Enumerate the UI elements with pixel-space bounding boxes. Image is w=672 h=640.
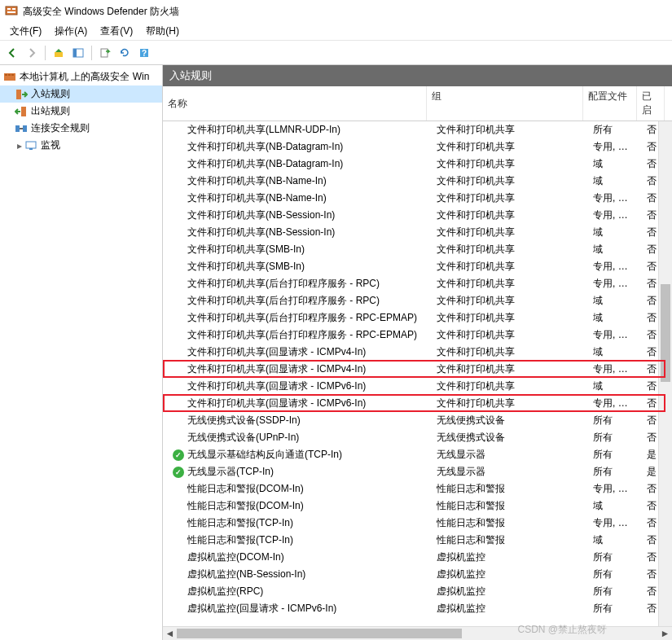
- cell-profile: 域: [588, 533, 642, 547]
- table-row[interactable]: 文件和打印机共享(后台打印程序服务 - RPC-EPMAP)文件和打印机共享专用…: [163, 327, 672, 344]
- rule-name: 文件和打印机共享(NB-Name-In): [187, 191, 327, 205]
- cell-name: 虚拟机监控(回显请求 - ICMPv6-In): [168, 602, 432, 616]
- cell-name: 文件和打印机共享(回显请求 - ICMPv4-In): [168, 362, 432, 376]
- table-row[interactable]: ✓无线显示器(TCP-In)无线显示器所有是: [163, 463, 672, 480]
- col-header-profile[interactable]: 配置文件: [583, 86, 637, 121]
- blank-icon: [173, 313, 184, 324]
- cell-group: 性能日志和警报: [432, 482, 588, 496]
- rule-name: 虚拟机监控(NB-Session-In): [187, 568, 305, 581]
- table-row[interactable]: 无线便携式设备(SSDP-In)无线便携式设备所有否: [163, 412, 672, 429]
- export-button[interactable]: [96, 44, 114, 62]
- rule-name: 虚拟机监控(回显请求 - ICMPv6-In): [187, 602, 336, 616]
- table-row[interactable]: 文件和打印机共享(SMB-In)文件和打印机共享域否: [163, 241, 672, 258]
- menu-help[interactable]: 帮助(H): [139, 23, 186, 40]
- table-row[interactable]: 性能日志和警报(TCP-In)性能日志和警报域否: [163, 532, 672, 549]
- table-row[interactable]: 文件和打印机共享(LLMNR-UDP-In)文件和打印机共享所有否: [163, 121, 672, 138]
- table-row[interactable]: 文件和打印机共享(后台打印程序服务 - RPC-EPMAP)文件和打印机共享域否: [163, 309, 672, 327]
- table-row[interactable]: 虚拟机监控(NB-Session-In)虚拟机监控所有否: [163, 566, 672, 583]
- tree-monitor-label: 监视: [41, 138, 60, 152]
- scrollbar-thumb[interactable]: [177, 629, 462, 638]
- table-row[interactable]: 虚拟机监控(回显请求 - ICMPv6-In)虚拟机监控所有否: [163, 600, 672, 617]
- cell-group: 文件和打印机共享: [432, 123, 588, 137]
- table-row[interactable]: 无线便携式设备(UPnP-In)无线便携式设备所有否: [163, 429, 672, 446]
- table-row[interactable]: 文件和打印机共享(NB-Session-In)文件和打印机共享域否: [163, 224, 672, 241]
- table-row[interactable]: 文件和打印机共享(SMB-In)文件和打印机共享专用, 公用否: [163, 258, 672, 275]
- blank-icon: [173, 296, 184, 307]
- table-row[interactable]: 性能日志和警报(DCOM-In)性能日志和警报域否: [163, 498, 672, 515]
- table-row[interactable]: 虚拟机监控(RPC)虚拟机监控所有否: [163, 583, 672, 600]
- table-row[interactable]: 文件和打印机共享(NB-Datagram-In)文件和打印机共享专用, 公用否: [163, 138, 672, 156]
- svg-rect-0: [6, 7, 17, 15]
- cell-profile: 域: [588, 226, 642, 239]
- tree-root[interactable]: 本地计算机 上的高级安全 Win: [0, 68, 162, 85]
- up-button[interactable]: [50, 44, 68, 62]
- svg-rect-15: [21, 107, 26, 116]
- svg-rect-19: [29, 148, 33, 150]
- menu-action[interactable]: 操作(A): [48, 23, 94, 40]
- table-row[interactable]: 文件和打印机共享(回显请求 - ICMPv4-In)文件和打印机共享域否: [163, 344, 672, 361]
- show-hide-tree-button[interactable]: [69, 44, 87, 62]
- cell-group: 文件和打印机共享: [432, 260, 588, 274]
- scroll-right-arrow[interactable]: ►: [658, 627, 672, 641]
- help-button[interactable]: ?: [135, 44, 153, 62]
- rule-name: 文件和打印机共享(回显请求 - ICMPv6-In): [187, 397, 366, 410]
- table-row[interactable]: 文件和打印机共享(回显请求 - ICMPv6-In)文件和打印机共享域否: [163, 378, 672, 395]
- col-header-name[interactable]: 名称: [163, 86, 427, 121]
- table-row[interactable]: 性能日志和警报(DCOM-In)性能日志和警报专用, 公用否: [163, 480, 672, 498]
- firewall-icon: [3, 71, 16, 84]
- nav-forward-button[interactable]: [23, 44, 41, 62]
- table-row[interactable]: 文件和打印机共享(后台打印程序服务 - RPC)文件和打印机共享专用, 公用否: [163, 275, 672, 292]
- table-row[interactable]: 文件和打印机共享(回显请求 - ICMPv4-In)文件和打印机共享专用, 公用…: [163, 361, 672, 378]
- refresh-button[interactable]: [116, 44, 134, 62]
- rule-name: 文件和打印机共享(NB-Session-In): [187, 226, 335, 239]
- cell-group: 无线显示器: [432, 465, 588, 479]
- cell-name: 性能日志和警报(DCOM-In): [168, 482, 432, 496]
- blank-icon: [173, 398, 184, 410]
- cell-name: 文件和打印机共享(回显请求 - ICMPv4-In): [168, 345, 432, 359]
- rule-name: 文件和打印机共享(NB-Session-In): [187, 208, 335, 222]
- expander-icon[interactable]: ▸: [15, 140, 24, 151]
- cell-profile: 所有: [588, 568, 642, 581]
- vertical-scrollbar[interactable]: [658, 121, 672, 626]
- cell-name: 文件和打印机共享(SMB-In): [168, 260, 432, 274]
- cell-profile: 域: [588, 157, 642, 171]
- table-row[interactable]: ✓无线显示基础结构反向通道(TCP-In)无线显示器所有是: [163, 446, 672, 463]
- table-row[interactable]: 文件和打印机共享(NB-Name-In)文件和打印机共享专用, 公用否: [163, 190, 672, 207]
- scrollbar-thumb[interactable]: [661, 284, 670, 382]
- rules-list[interactable]: 文件和打印机共享(LLMNR-UDP-In)文件和打印机共享所有否文件和打印机共…: [163, 121, 672, 626]
- cell-profile: 专用, 公用: [588, 260, 642, 274]
- menu-bar: 文件(F) 操作(A) 查看(V) 帮助(H): [0, 23, 672, 41]
- tree-inbound-label: 入站规则: [31, 87, 70, 101]
- col-header-group[interactable]: 组: [427, 86, 583, 121]
- tree-connsec-rules[interactable]: 连接安全规则: [0, 120, 162, 137]
- cell-profile: 所有: [588, 602, 642, 616]
- tree-inbound-rules[interactable]: 入站规则: [0, 85, 162, 103]
- col-header-enabled[interactable]: 已启: [637, 86, 665, 121]
- tree-outbound-rules[interactable]: 出站规则: [0, 103, 162, 120]
- table-row[interactable]: 文件和打印机共享(NB-Session-In)文件和打印机共享专用, 公用否: [163, 207, 672, 224]
- svg-rect-14: [16, 90, 21, 99]
- inbound-icon: [15, 88, 28, 101]
- menu-file[interactable]: 文件(F): [3, 23, 48, 40]
- panel-header: 入站规则: [163, 65, 672, 86]
- tree-monitor[interactable]: ▸ 监视: [0, 137, 162, 154]
- table-row[interactable]: 虚拟机监控(DCOM-In)虚拟机监控所有否: [163, 549, 672, 566]
- blank-icon: [173, 569, 184, 581]
- table-row[interactable]: 文件和打印机共享(NB-Datagram-In)文件和打印机共享域否: [163, 156, 672, 173]
- cell-group: 文件和打印机共享: [432, 379, 588, 393]
- cell-group: 文件和打印机共享: [432, 362, 588, 376]
- cell-name: 文件和打印机共享(LLMNR-UDP-In): [168, 123, 432, 137]
- blank-icon: [173, 432, 184, 444]
- table-row[interactable]: 性能日志和警报(TCP-In)性能日志和警报专用, 公用否: [163, 515, 672, 532]
- menu-view[interactable]: 查看(V): [94, 23, 139, 40]
- svg-rect-2: [12, 8, 15, 10]
- cell-name: 文件和打印机共享(后台打印程序服务 - RPC-EPMAP): [168, 328, 432, 342]
- table-row[interactable]: 文件和打印机共享(NB-Name-In)文件和打印机共享域否: [163, 173, 672, 190]
- cell-group: 虚拟机监控: [432, 568, 588, 581]
- nav-back-button[interactable]: [3, 44, 21, 62]
- scroll-left-arrow[interactable]: ◄: [163, 627, 177, 641]
- table-row[interactable]: 文件和打印机共享(后台打印程序服务 - RPC)文件和打印机共享域否: [163, 292, 672, 309]
- blank-icon: [173, 501, 184, 512]
- cell-name: 无线便携式设备(SSDP-In): [168, 414, 432, 427]
- table-row[interactable]: 文件和打印机共享(回显请求 - ICMPv6-In)文件和打印机共享专用, 公用…: [163, 395, 672, 412]
